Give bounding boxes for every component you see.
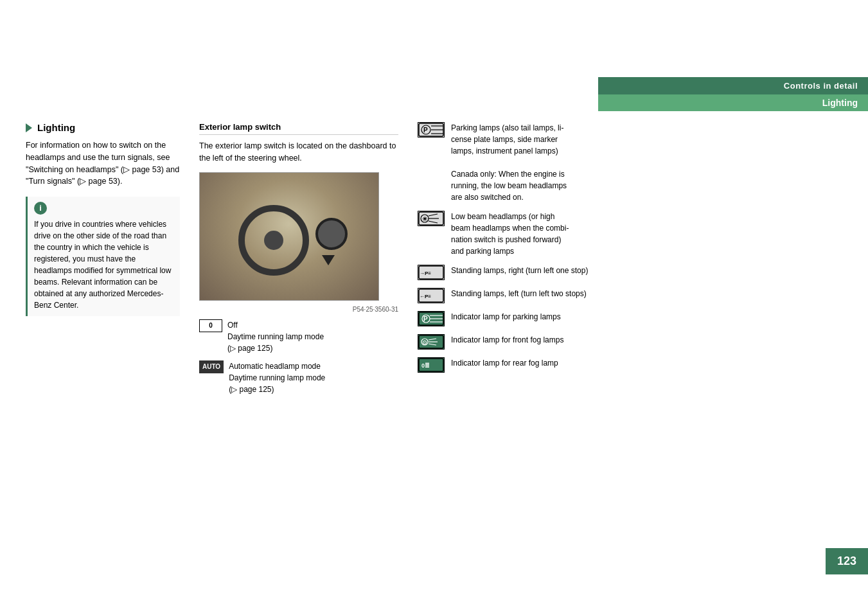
mode-off-badge: 0 xyxy=(199,319,222,332)
lighting-header: Lighting xyxy=(598,94,868,111)
standing-left-svg: ←P≡ xyxy=(418,289,444,303)
exterior-lamp-title: Exterior lamp switch xyxy=(199,122,398,135)
rear-fog-icon: 0≣ xyxy=(418,357,445,373)
parking-indicator-svg: P xyxy=(418,312,444,326)
mode-auto-badge: AUTO xyxy=(199,360,224,373)
triangle-icon xyxy=(26,123,32,132)
section-title: Lighting xyxy=(26,122,180,133)
indicator-low-beam: ☀ Low beam headlamps (or high beam headl… xyxy=(418,211,842,257)
standing-left-icon: ←P≡ xyxy=(418,288,445,303)
lamp-image-inner xyxy=(200,173,378,300)
lamp-image xyxy=(199,172,379,301)
main-content: Lighting For information on how to switc… xyxy=(26,122,842,402)
left-column: Lighting For information on how to switc… xyxy=(26,122,180,402)
indicator-rear-fog: 0≣ Indicator lamp for rear fog lamp xyxy=(418,357,842,373)
svg-text:0≣: 0≣ xyxy=(421,362,430,369)
low-beam-text: Low beam headlamps (or high beam headlam… xyxy=(451,211,569,257)
parking-lamps-icon: P xyxy=(418,122,445,138)
mode-auto-text: Automatic headlamp mode Daytime running … xyxy=(229,360,325,395)
indicator-standing-left: ←P≡ Standing lamps, left (turn left two … xyxy=(418,288,842,303)
front-fog-text: Indicator lamp for front fog lamps xyxy=(451,334,563,346)
low-beam-icon: ☀ xyxy=(418,211,445,226)
indicator-parking-lamp-indicator: P Indicator lamp for parking lamps xyxy=(418,311,842,326)
parking-lamp-indicator-icon: P xyxy=(418,311,445,326)
parking-lamps-text: Parking lamps (also tail lamps, li- cens… xyxy=(451,122,567,203)
svg-text:←P≡: ←P≡ xyxy=(420,294,431,299)
parking-lamps-svg: P xyxy=(418,123,444,137)
rear-fog-svg: 0≣ xyxy=(418,358,444,372)
indicator-standing-right: →P≡ Standing lamps, right (turn left one… xyxy=(418,265,842,280)
svg-text:P: P xyxy=(423,127,428,134)
controls-in-detail-header: Controls in detail xyxy=(598,77,868,94)
standing-right-text: Standing lamps, right (turn left one sto… xyxy=(451,265,588,276)
svg-text:⊙: ⊙ xyxy=(422,339,427,346)
rear-fog-text: Indicator lamp for rear fog lamp xyxy=(451,357,558,369)
svg-text:P: P xyxy=(423,315,428,323)
mode-off-text: Off Daytime running lamp mode (▷ page 12… xyxy=(227,319,324,354)
mode-off: 0 Off Daytime running lamp mode (▷ page … xyxy=(199,319,398,354)
steering-wheel xyxy=(238,205,309,276)
section-title-text: Lighting xyxy=(37,122,75,133)
lamp-switch-knob xyxy=(315,218,348,250)
standing-right-icon: →P≡ xyxy=(418,265,445,280)
info-box-text: If you drive in countries where vehicles… xyxy=(34,218,173,311)
steering-center xyxy=(264,231,283,250)
low-beam-svg: ☀ xyxy=(418,211,444,226)
page-number: 123 xyxy=(826,548,868,574)
front-fog-svg: ⊙ xyxy=(418,335,444,349)
front-fog-icon: ⊙ xyxy=(418,334,445,350)
exterior-lamp-desc: The exterior lamp switch is located on t… xyxy=(199,140,398,164)
indicator-front-fog: ⊙ Indicator lamp for front fog lamps xyxy=(418,334,842,350)
standing-right-svg: →P≡ xyxy=(418,265,444,280)
mode-auto: AUTO Automatic headlamp mode Daytime run… xyxy=(199,360,398,395)
standing-left-text: Standing lamps, left (turn left two stop… xyxy=(451,288,587,299)
svg-text:☀: ☀ xyxy=(422,216,427,222)
middle-column: Exterior lamp switch The exterior lamp s… xyxy=(199,122,398,402)
intro-text: For information on how to switch on the … xyxy=(26,139,180,188)
svg-text:→P≡: →P≡ xyxy=(420,271,431,276)
image-caption: P54·25·3560-31 xyxy=(199,306,398,313)
arrow-down-icon xyxy=(322,255,335,265)
indicator-parking-lamps: P Parking lamps (also tail lamps, li- ce… xyxy=(418,122,842,203)
info-icon: i xyxy=(34,202,47,215)
info-box: i If you drive in countries where vehicl… xyxy=(26,197,180,316)
parking-lamp-indicator-text: Indicator lamp for parking lamps xyxy=(451,311,561,323)
right-column: P Parking lamps (also tail lamps, li- ce… xyxy=(418,122,842,402)
header-section: Controls in detail Lighting xyxy=(598,77,868,111)
